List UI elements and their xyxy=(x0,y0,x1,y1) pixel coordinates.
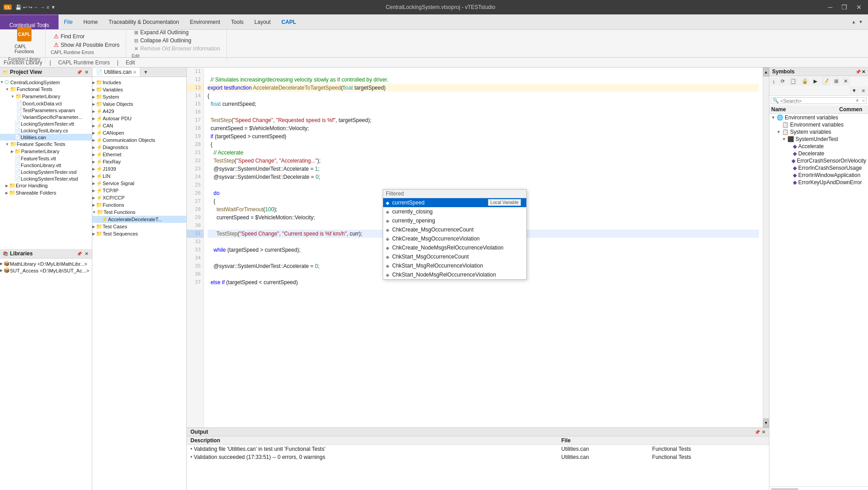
maximize-btn[interactable]: ❐ xyxy=(839,3,850,12)
sym-btn-10[interactable]: ≡ xyxy=(860,86,867,95)
utilities-can-tab[interactable]: 📄 Utilities.can ✕ xyxy=(92,68,140,77)
sym-btn-6[interactable]: 📝 xyxy=(820,77,831,86)
file-lin[interactable]: ▶ ⚡ LIN xyxy=(92,172,186,180)
file-test-functions[interactable]: ▼ 📁 Test Functions xyxy=(92,209,186,216)
window-resize-btns[interactable]: ▲ ▼ xyxy=(850,19,868,24)
tree-variantparam[interactable]: 📄 VariantSpecificParameter... xyxy=(0,113,92,120)
menu-capl[interactable]: CAPL xyxy=(276,17,302,27)
tree-feature-tests[interactable]: ▼ 📁 Feature Specific Tests xyxy=(0,141,92,148)
sym-scroll-thumb[interactable] xyxy=(771,488,798,490)
symbols-search-input[interactable] xyxy=(780,98,854,104)
ac-chkstart-nodemsg[interactable]: ◆ ChkStart_NodeMsgRelOccurrenceViolation xyxy=(383,270,526,279)
menu-traceability[interactable]: Traceability & Documentation xyxy=(103,17,184,27)
panel-collapse-btn[interactable]: ▲ xyxy=(851,19,856,24)
sym-errsensor[interactable]: ▶ ◆ ErrorInCrashSensorUsage xyxy=(769,164,868,172)
tree-locking-vtsd[interactable]: ▶ 📄 LockingSystemTester.vtsd xyxy=(0,175,92,182)
tree-error-handling[interactable]: ▶ 📁 Error Handling xyxy=(0,182,92,189)
find-error-btn[interactable]: ⚠ Find Error xyxy=(51,32,122,41)
file-j1939[interactable]: ▶ ⚡ J1939 xyxy=(92,165,186,172)
file-tab-dropdown[interactable]: ▼ xyxy=(140,68,151,76)
lib-close-btn[interactable]: ✕ xyxy=(84,251,89,256)
ac-chkstart-msgrel[interactable]: ◆ ChkStart_MsgRelOccurrenceViolation xyxy=(383,261,526,270)
sym-btn-4[interactable]: 🔒 xyxy=(800,77,810,86)
tree-functional-tests[interactable]: ▼ 📁 Functional Tests xyxy=(0,86,92,93)
file-functions[interactable]: ▶ 📁 Functions xyxy=(92,201,186,209)
menu-layout[interactable]: Layout xyxy=(249,17,276,27)
subbar-runtime-errors[interactable]: CAPL Runtime Errors xyxy=(58,59,110,66)
tree-param-library[interactable]: ▼ 📁 ParameterLibrary xyxy=(0,93,92,100)
panel-expand-btn[interactable]: ▼ xyxy=(859,19,863,24)
output-close-btn[interactable]: ✕ xyxy=(762,430,765,435)
sym-env-vars-leaf[interactable]: ▶ 📋 Environment variables xyxy=(769,121,868,128)
file-ethernet[interactable]: ▶ ⚡ Ethernet xyxy=(92,151,186,158)
sym-scrollbar-h[interactable] xyxy=(769,486,868,490)
symbols-search-box[interactable]: 🔍 ▼ ≡ xyxy=(771,97,867,104)
lib-mathlib[interactable]: ▶ 📦 MathLibrary <D:\MyLib\MathLibr...> xyxy=(0,260,92,267)
sym-system-under-test[interactable]: ▼ ⬛ SystemUnderTest xyxy=(769,136,868,143)
file-xcpccp[interactable]: ▶ ⚡ XCP/CCP xyxy=(92,194,186,201)
sym-errkey[interactable]: ▶ ◆ ErrorKeyUpAndDownError xyxy=(769,179,868,186)
pv-close-btn[interactable]: ✕ xyxy=(84,70,89,75)
sym-errwindow[interactable]: ▶ ◆ ErrorInWindowApplication xyxy=(769,172,868,179)
expand-all-btn[interactable]: ⊞ Expand All Outlining xyxy=(131,28,222,36)
file-tcpip[interactable]: ▶ ⚡ TCP/IP xyxy=(92,187,186,194)
file-value-objects[interactable]: ▶ 📁 Value Objects xyxy=(92,100,186,108)
editor-scrollbar-v[interactable]: ▲ ▼ xyxy=(763,68,769,427)
utilities-close-btn[interactable]: ✕ xyxy=(133,70,136,75)
tree-shareable[interactable]: ▶ 📁 Shareable Folders xyxy=(0,189,92,196)
show-all-errors-btn[interactable]: ⚠ Show All Possible Errors xyxy=(51,41,122,49)
menu-file[interactable]: File xyxy=(59,17,78,27)
file-service-signal[interactable]: ▶ ⚡ Service Signal xyxy=(92,180,186,187)
file-accelerate-func[interactable]: ▶ ⚡ AccelerateDecelerateT... xyxy=(92,216,186,223)
ac-chkstart-msgcount[interactable]: ◆ ChkStart_MsgOccurrenceCount xyxy=(383,252,526,261)
sym-btn-7[interactable]: ⊞ xyxy=(832,77,841,86)
sym-errcrash[interactable]: ▶ ◆ ErrorCrashSensorOnVelocity xyxy=(769,157,868,164)
sym-btn-9[interactable]: ▼ xyxy=(850,86,859,95)
search-dropdown-btn[interactable]: ▼ xyxy=(854,98,861,103)
tree-lockingtestlib[interactable]: ▶ 📄 LockingTestLibrary.cs xyxy=(0,127,92,134)
ac-chkcreate-msgcount[interactable]: ◆ ChkCreate_MsgOccurrenceCount xyxy=(383,225,526,234)
sym-accelerate[interactable]: ▶ ◆ Accelerate xyxy=(769,143,868,150)
file-canopen[interactable]: ▶ ⚡ CANopen xyxy=(92,129,186,136)
pin-btn[interactable]: 📌 xyxy=(76,70,83,75)
file-comm-objects[interactable]: ▶ ⚡ Communication Objects xyxy=(92,136,186,144)
sym-sys-vars[interactable]: ▼ 📋 System variables xyxy=(769,128,868,136)
lib-sut-access[interactable]: ▶ 📦 SUT_Access <D:\MyLib\SUT_Ac...> xyxy=(0,267,92,274)
tree-funclib-vtt[interactable]: ▶ 📄 FunctionLibrary.vtt xyxy=(0,162,92,168)
tree-utilities[interactable]: ▶ 📄 Utilities.can xyxy=(0,134,92,141)
tree-featuretests-vtt[interactable]: ▶ 📄 FeatureTests.vtt xyxy=(0,155,92,162)
tree-item-central[interactable]: ▼ ⬡ CentralLockingSystem xyxy=(0,79,92,86)
menu-tools[interactable]: Tools xyxy=(226,17,249,27)
scroll-down-btn[interactable]: ▼ xyxy=(763,418,769,427)
menu-environment[interactable]: Environment xyxy=(185,17,226,27)
subbar-function-library[interactable]: Function Library xyxy=(4,59,42,66)
sym-btn-8[interactable]: ✕ xyxy=(841,77,850,86)
autocomplete-dropdown[interactable]: Filtered ◆ currentSpeed ◆ currently_clos… xyxy=(383,189,527,280)
capl-functions-btn[interactable]: CAPL CAPLFunctions xyxy=(11,25,37,56)
search-menu-btn[interactable]: ≡ xyxy=(861,98,866,103)
ac-currently-opening[interactable]: ◆ currently_opening xyxy=(383,216,526,225)
window-controls[interactable]: ─ ❐ ✕ xyxy=(825,3,864,12)
output-pin-btn[interactable]: 📌 xyxy=(755,430,760,435)
close-btn[interactable]: ✕ xyxy=(854,3,864,12)
libraries-controls[interactable]: 📌 ✕ xyxy=(76,251,89,256)
code-editor[interactable]: 11 12 13 14 15 16 17 18 19 20 21 22 23 2… xyxy=(187,68,769,427)
output-controls[interactable]: 📌 ✕ xyxy=(755,430,765,435)
collapse-all-btn[interactable]: ⊟ Collapse All Outlining xyxy=(131,36,222,45)
file-autosar[interactable]: ▶ ⚡ Autosar PDU xyxy=(92,115,186,122)
symbols-header-controls[interactable]: 📌 ✕ xyxy=(855,69,865,74)
file-a429[interactable]: ▶ ⚡ A429 xyxy=(92,108,186,115)
file-can[interactable]: ▶ ⚡ CAN xyxy=(92,122,186,129)
minimize-btn[interactable]: ─ xyxy=(825,3,835,12)
file-system[interactable]: ▶ 📁 System xyxy=(92,93,186,100)
project-view-controls[interactable]: 📌 ✕ xyxy=(76,70,89,75)
scroll-up-btn[interactable]: ▲ xyxy=(763,68,769,77)
tree-locking-vsd[interactable]: ▶ 📄 LockingSystemTester.vsd xyxy=(0,168,92,175)
menu-home[interactable]: Home xyxy=(78,17,103,27)
ac-chkcreate-msgviolation[interactable]: ◆ ChkCreate_MsgOccurrenceViolation xyxy=(383,234,526,243)
tree-doorlock[interactable]: 📄 DoorLockData.vct xyxy=(0,100,92,107)
sym-btn-1[interactable]: ↕ xyxy=(770,77,778,86)
file-includes[interactable]: ▶ 📁 Includes xyxy=(92,79,186,86)
sym-close-btn[interactable]: ✕ xyxy=(862,69,865,74)
tree-feature-param[interactable]: ▶ 📁 ParameterLibrary xyxy=(0,148,92,155)
